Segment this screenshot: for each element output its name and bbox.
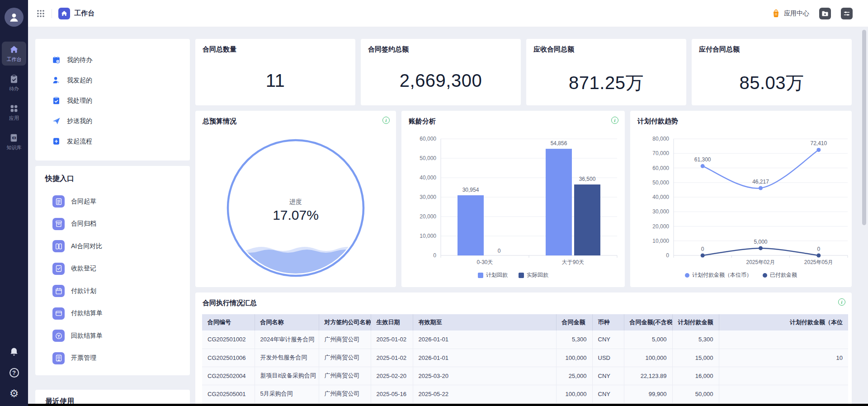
- table-header-cell: 合同金额(不含税): [624, 314, 672, 330]
- quick-entry-item[interactable]: AI合同对比: [35, 235, 190, 258]
- app-sidebar: 工作台 待办 应用 AI: [0, 0, 28, 406]
- todo-menu-item[interactable]: 我处理的: [35, 90, 190, 111]
- svg-text:20,000: 20,000: [420, 213, 436, 220]
- coin-icon: [52, 330, 65, 342]
- stat-value: 2,669,300: [361, 71, 521, 91]
- svg-text:2025年05月: 2025年05月: [804, 259, 833, 265]
- settings-gear-icon[interactable]: ⚙: [9, 388, 19, 399]
- horizontal-scrollbar[interactable]: [28, 404, 868, 406]
- legend-item[interactable]: 计划回款: [478, 271, 508, 279]
- table-header-cell: 生效日期: [371, 314, 413, 330]
- table-row[interactable]: CG202501006开发外包服务合同广州商贸公司2025-01-022026-…: [202, 349, 848, 367]
- plus-square-icon: [52, 137, 61, 146]
- table-cell: 100,000: [556, 385, 592, 403]
- svg-text:5,000: 5,000: [754, 239, 767, 245]
- todo-menu-item[interactable]: 我发起的: [35, 70, 190, 90]
- quick-entry-item[interactable]: 收款登记: [35, 258, 190, 280]
- sidebar-item-workbench[interactable]: 工作台: [2, 42, 26, 66]
- stat-label: 合同签约总额: [368, 45, 409, 54]
- table-cell: 新项目it设备采购合同: [255, 367, 319, 385]
- svg-text:0: 0: [666, 252, 669, 259]
- svg-text:72,410: 72,410: [810, 140, 827, 146]
- clipboard-check-icon: [52, 96, 61, 105]
- svg-text:70,000: 70,000: [652, 150, 669, 156]
- help-icon[interactable]: ?: [9, 367, 19, 378]
- table-cell: 25,000: [556, 367, 592, 385]
- app-launcher-grid-icon[interactable]: [36, 9, 45, 18]
- legend-label: 已付款金额: [770, 271, 797, 279]
- table-cell: 5,300: [672, 330, 719, 349]
- table-cell: 16,000: [672, 367, 719, 385]
- table-cell: 2025-01-02: [371, 330, 413, 349]
- table-row[interactable]: CG2025010022024年审计服务合同广州商贸公司2025-01-0220…: [202, 330, 848, 349]
- budget-gauge-card: 总预算情况 i 进度17.07%: [195, 111, 396, 287]
- table-cell: 开发外包服务合同: [255, 349, 319, 367]
- vertical-scrollbar-thumb[interactable]: [862, 30, 866, 225]
- svg-text:30,000: 30,000: [420, 194, 436, 200]
- table-cell: [719, 385, 848, 403]
- avatar[interactable]: [5, 8, 24, 27]
- notifications-bell-icon[interactable]: [9, 346, 19, 357]
- svg-text:46,217: 46,217: [752, 179, 769, 185]
- table-cell: [719, 367, 848, 385]
- quick-entry-item[interactable]: 付款结算单: [35, 302, 190, 325]
- stat-value: 85.03万: [692, 71, 852, 95]
- svg-text:10,000: 10,000: [652, 238, 669, 244]
- table-cell: 2026-01-01: [413, 330, 556, 349]
- table-title: 合同执行情况汇总: [203, 299, 257, 307]
- table-row[interactable]: CG202502004新项目it设备采购合同广州商贸公司2025-02-2020…: [202, 367, 848, 385]
- svg-text:AI: AI: [13, 137, 15, 139]
- stat-value: 871.25万: [526, 71, 686, 95]
- quick-entry-item[interactable]: 付款计划: [35, 280, 190, 302]
- svg-text:80,000: 80,000: [652, 136, 669, 142]
- sidebar-item-knowledge[interactable]: AI 知识库: [2, 130, 26, 154]
- shopping-bag-icon: [771, 9, 781, 18]
- legend-item[interactable]: 计划付款金额（本位币）: [685, 271, 752, 279]
- gauge-svg: 进度17.07%: [195, 111, 396, 287]
- stat-card-payable-total: 应付合同总额 85.03万: [692, 39, 852, 105]
- legend-item[interactable]: 实际回款: [519, 271, 548, 279]
- todo-menu-label: 我发起的: [67, 76, 92, 85]
- table-cell: 2025-02-20: [371, 367, 413, 385]
- stat-label: 应收合同总额: [533, 45, 574, 54]
- page-title: 工作台: [74, 9, 94, 18]
- quick-entry-item[interactable]: 开票管理: [35, 347, 190, 370]
- layout-settings-button[interactable]: [841, 8, 853, 19]
- quick-entry-item[interactable]: 合同起草: [35, 190, 190, 213]
- todo-menu-item[interactable]: 抄送我的: [35, 111, 190, 131]
- table-cell: 2025-05-22: [413, 385, 556, 403]
- table-cell: [719, 330, 848, 349]
- sidebar-item-apps[interactable]: 应用: [2, 100, 26, 124]
- todo-menu-item[interactable]: 我的待办: [35, 50, 190, 70]
- info-icon[interactable]: i: [838, 298, 845, 306]
- legend-item[interactable]: 已付款金额: [763, 271, 797, 279]
- quick-entry-item[interactable]: 回款结算单: [35, 325, 190, 347]
- workbench-home-icon[interactable]: [58, 8, 70, 19]
- sidebar-item-label: 工作台: [7, 56, 22, 63]
- sidebar-nav: 工作台 待办 应用 AI: [0, 42, 28, 154]
- sidebar-item-label: 应用: [9, 115, 19, 122]
- svg-text:50,000: 50,000: [420, 155, 436, 161]
- topbar-divider: [52, 9, 52, 18]
- quick-entry-card: 快捷入口 合同起草合同归档AI合同对比收款登记付款计划付款结算单回款结算单开票管…: [35, 166, 190, 375]
- favorites-folder-button[interactable]: [819, 8, 831, 19]
- todo-menu-label: 我的待办: [67, 56, 92, 64]
- quick-entry-item[interactable]: 合同归档: [35, 213, 190, 236]
- table-row[interactable]: CG2025050015月采购合同广州商贸公司2025-05-162025-05…: [202, 385, 848, 403]
- bar-chart-svg: 010,00020,00030,00040,00050,00060,00030,…: [401, 111, 625, 287]
- svg-text:2025年02月: 2025年02月: [746, 259, 775, 265]
- table-cell: 2026-01-01: [413, 349, 556, 367]
- table-cell: 5,000: [624, 330, 672, 349]
- app-center-button[interactable]: 应用中心: [771, 9, 809, 18]
- todo-menu-item[interactable]: 发起流程: [35, 131, 190, 151]
- quick-entry-label: 收款登记: [71, 264, 96, 273]
- legend-swatch: [763, 273, 767, 278]
- apps-icon: [9, 104, 19, 113]
- vertical-scrollbar-track[interactable]: [862, 28, 867, 403]
- legend-swatch: [478, 273, 483, 278]
- table-cell: CNY: [592, 367, 624, 385]
- legend-label: 计划付款金额（本位币）: [692, 271, 752, 279]
- svg-text:0: 0: [701, 246, 704, 252]
- sidebar-item-todo[interactable]: 待办: [2, 71, 26, 95]
- quick-entry-title: 快捷入口: [45, 174, 74, 184]
